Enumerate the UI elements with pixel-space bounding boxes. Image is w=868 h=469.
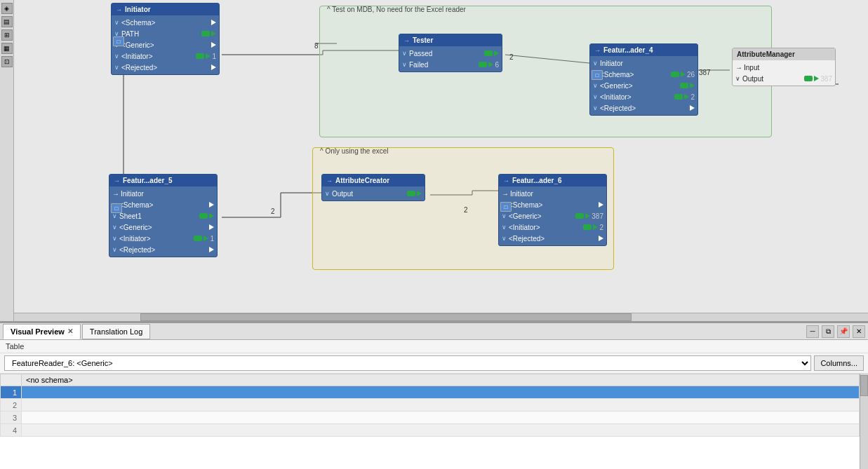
tab-bar-right: ─ ⧉ 📌 ✕ [806,325,865,338]
table-cell [22,412,860,424]
bottom-panel: Visual Preview ✕ Translation Log ─ ⧉ 📌 ✕… [0,322,868,469]
columns-button[interactable]: Columns... [814,355,864,371]
node-fr4-title: Featur...ader_4 [603,46,653,54]
sidebar-icon-2[interactable]: ▤ [1,16,13,27]
node-attrcreator-title: AttributeCreator [335,177,389,184]
sidebar-icon-1[interactable]: ◈ [1,3,13,14]
panel-content: Table FeatureReader_6: <Generic> Columns… [0,340,868,469]
tab-visual-preview-label: Visual Preview [11,327,65,336]
node-fr5-title: Featur...ader_5 [123,177,173,184]
node-fr6-title: Featur...ader_6 [512,177,562,184]
node-attrmanager[interactable]: AttributeManager →Input ∨Output387 [732,48,836,86]
vscrollbar-thumb[interactable] [860,375,868,396]
feature-reader-selector[interactable]: FeatureReader_6: <Generic> [4,355,811,371]
left-sidebar: ◈ ▤ ⊞ ▦ ⊡ [0,0,14,321]
conn-label-8: 8 [314,42,319,50]
conn-label-387a: 387 [699,69,711,76]
panel-float-btn[interactable]: ⧉ [822,325,834,338]
panel-close-btn[interactable]: ✕ [853,325,865,338]
panel-pin-btn[interactable]: 📌 [837,325,850,338]
node-attrcreator[interactable]: → AttributeCreator ∨Output [321,174,425,201]
fr4-icon: □ [592,70,603,80]
canvas-hscrollbar[interactable] [0,313,868,321]
table-cell-rownum: 4 [1,424,22,437]
node-tester[interactable]: → Tester ∨Passed ∨Failed6 [399,34,502,72]
tab-translation-log[interactable]: Translation Log [82,324,150,339]
table-row[interactable]: 4 [1,424,860,437]
fr1-icon: □ [113,36,124,46]
table-header-no-schema: <no schema> [22,374,860,386]
table-cell-rownum: 1 [1,386,22,399]
canvas-area: ◈ ▤ ⊞ ▦ ⊡ ^ Test on MDB, No need for the… [0,0,868,322]
group-mdb-label: ^ Test on MDB, No need for the Excel rea… [326,6,467,13]
data-table: <no schema> 1234 [0,374,860,437]
selector-bar: FeatureReader_6: <Generic> Columns... [0,353,868,374]
table-cell [22,424,860,437]
sidebar-icon-3[interactable]: ⊞ [1,29,13,41]
table-row[interactable]: 1 [1,386,860,399]
table-row[interactable]: 3 [1,412,860,424]
table-cell [22,399,860,412]
data-table-wrapper[interactable]: <no schema> 1234 [0,374,860,469]
fr6-icon: □ [500,202,512,212]
node-featurereader-1[interactable]: → Initiator ∨<Schema> ∨PATH ∨<Generic> ∨… [111,3,220,75]
hscrollbar-thumb[interactable] [140,313,632,321]
panel-minimize-btn[interactable]: ─ [806,325,819,338]
node-attrman-title: AttributeManager [737,50,795,58]
node-fr4[interactable]: → Featur...ader_4 ∨Initiator ∨<Schema>26… [589,43,698,116]
sidebar-icon-5[interactable]: ⊡ [1,56,13,67]
tab-visual-preview-close[interactable]: ✕ [67,327,73,335]
table-header-rownum [1,374,22,386]
conn-label-2b: 2 [271,208,275,215]
table-cell [22,386,860,399]
node-fr5[interactable]: → Featur...ader_5 →Initiator ∨<Schema> ∨… [109,174,218,257]
node-tester-title: Tester [413,36,433,44]
conn-label-2c: 2 [464,206,468,214]
table-label: Table [0,340,868,353]
tab-translation-log-label: Translation Log [90,327,142,336]
group-excel-label: ^ Only using the excel [319,147,390,155]
fr5-icon: □ [111,203,122,213]
table-cell-rownum: 2 [1,399,22,412]
tab-bar-left: Visual Preview ✕ Translation Log [3,324,150,339]
tab-bar: Visual Preview ✕ Translation Log ─ ⧉ 📌 ✕ [0,323,868,340]
node-fr1-title: Initiator [125,6,151,13]
table-row[interactable]: 2 [1,399,860,412]
node-fr6[interactable]: → Featur...ader_6 →Initiator ∨<Schema> ∨… [498,174,607,246]
sidebar-icon-4[interactable]: ▦ [1,43,13,54]
tab-visual-preview[interactable]: Visual Preview ✕ [3,324,81,339]
table-vscrollbar[interactable] [860,374,868,469]
table-cell-rownum: 3 [1,412,22,424]
conn-label-2a: 2 [509,53,514,61]
